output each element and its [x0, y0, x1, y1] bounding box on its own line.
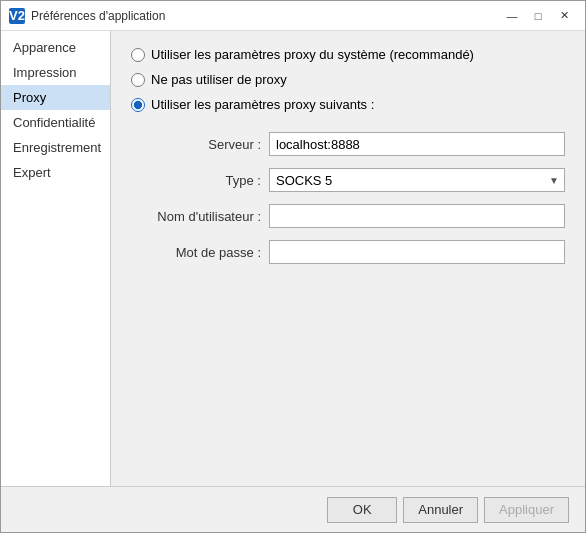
maximize-button[interactable]: □: [525, 6, 551, 26]
type-select[interactable]: HTTP SOCKS 4 SOCKS 5: [269, 168, 565, 192]
password-label: Mot de passe :: [131, 245, 261, 260]
radio-none-input[interactable]: [131, 73, 145, 87]
server-row: Serveur :: [131, 132, 565, 156]
close-button[interactable]: ✕: [551, 6, 577, 26]
radio-custom-input[interactable]: [131, 98, 145, 112]
cancel-button[interactable]: Annuler: [403, 497, 478, 523]
sidebar-item-apparence[interactable]: Apparence: [1, 35, 110, 60]
password-row: Mot de passe :: [131, 240, 565, 264]
dialog-footer: OK Annuler Appliquer: [1, 486, 585, 532]
dialog-content: Apparence Impression Proxy Confidentiali…: [1, 31, 585, 486]
radio-system-option[interactable]: Utiliser les paramètres proxy du système…: [131, 47, 565, 62]
minimize-button[interactable]: —: [499, 6, 525, 26]
ok-button[interactable]: OK: [327, 497, 397, 523]
radio-custom-option[interactable]: Utiliser les paramètres proxy suivants :: [131, 97, 565, 112]
sidebar-item-impression[interactable]: Impression: [1, 60, 110, 85]
apply-button[interactable]: Appliquer: [484, 497, 569, 523]
type-row: Type : HTTP SOCKS 4 SOCKS 5 ▼: [131, 168, 565, 192]
title-controls: — □ ✕: [499, 6, 577, 26]
type-select-wrapper: HTTP SOCKS 4 SOCKS 5 ▼: [269, 168, 565, 192]
radio-system-label: Utiliser les paramètres proxy du système…: [151, 47, 474, 62]
username-label: Nom d'utilisateur :: [131, 209, 261, 224]
radio-system-input[interactable]: [131, 48, 145, 62]
title-bar: V2 Préférences d'application — □ ✕: [1, 1, 585, 31]
sidebar-item-proxy[interactable]: Proxy: [1, 85, 110, 110]
username-input[interactable]: [269, 204, 565, 228]
username-row: Nom d'utilisateur :: [131, 204, 565, 228]
sidebar-item-enregistrement[interactable]: Enregistrement: [1, 135, 110, 160]
radio-none-option[interactable]: Ne pas utiliser de proxy: [131, 72, 565, 87]
sidebar-item-confidentialite[interactable]: Confidentialité: [1, 110, 110, 135]
title-bar-left: V2 Préférences d'application: [9, 8, 165, 24]
app-icon: V2: [9, 8, 25, 24]
server-input[interactable]: [269, 132, 565, 156]
window-title: Préférences d'application: [31, 9, 165, 23]
sidebar: Apparence Impression Proxy Confidentiali…: [1, 31, 111, 486]
application-window: V2 Préférences d'application — □ ✕ Appar…: [0, 0, 586, 533]
radio-custom-label: Utiliser les paramètres proxy suivants :: [151, 97, 374, 112]
type-label: Type :: [131, 173, 261, 188]
radio-none-label: Ne pas utiliser de proxy: [151, 72, 287, 87]
proxy-panel: Utiliser les paramètres proxy du système…: [111, 31, 585, 486]
password-input[interactable]: [269, 240, 565, 264]
sidebar-item-expert[interactable]: Expert: [1, 160, 110, 185]
proxy-form: Serveur : Type : HTTP SOCKS 4 SOCKS 5 ▼: [131, 132, 565, 264]
proxy-radio-group: Utiliser les paramètres proxy du système…: [131, 47, 565, 112]
server-label: Serveur :: [131, 137, 261, 152]
